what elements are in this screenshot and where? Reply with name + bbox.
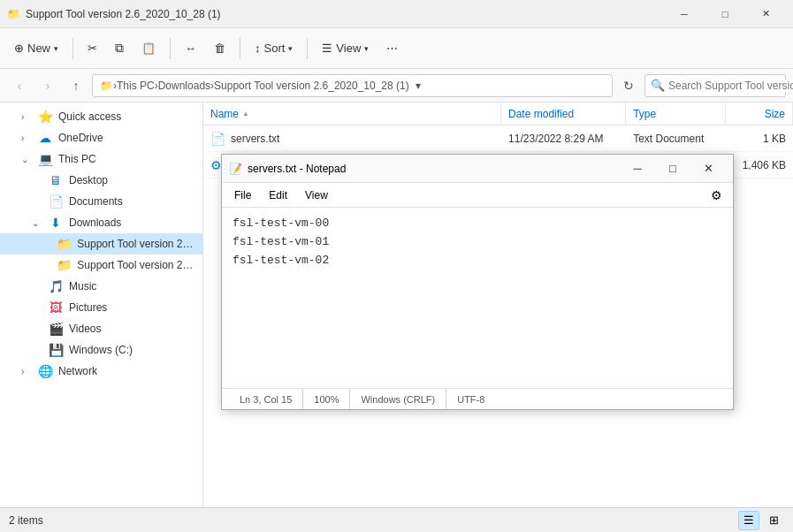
- expand-network-icon: ›: [21, 367, 32, 376]
- paste-icon: 📋: [141, 42, 156, 55]
- onedrive-label: OneDrive: [58, 132, 103, 144]
- path-current: Support Tool version 2.6_2020_10_28 (1): [214, 80, 409, 92]
- column-size-header[interactable]: Size: [726, 103, 793, 125]
- support-tool-2-label: Support Tool version 2.6_202: [77, 259, 195, 271]
- copy-icon: ⧉: [115, 41, 124, 56]
- file-size-servers-txt: 1 KB: [726, 133, 793, 145]
- path-dropdown-icon[interactable]: ▾: [409, 80, 427, 92]
- file-icon-txt: 📄: [210, 132, 225, 146]
- quick-access-icon: ⭐: [37, 110, 53, 124]
- sidebar-item-desktop[interactable]: 🖥 Desktop: [0, 170, 202, 191]
- network-icon: 🌐: [37, 364, 53, 378]
- view-icon: ☰: [322, 42, 332, 55]
- sidebar-item-support-tool-2[interactable]: 📁 Support Tool version 2.6_202: [0, 255, 202, 276]
- notepad-menu-file[interactable]: File: [225, 186, 260, 204]
- path-icon: 📁: [100, 80, 113, 92]
- toolbar-separator-1: [72, 38, 73, 59]
- sidebar-item-this-pc[interactable]: ⌄ 💻 This PC: [0, 148, 202, 170]
- notepad-title: servers.txt - Notepad: [248, 163, 346, 175]
- view-label: View: [336, 42, 361, 55]
- col-size-label: Size: [765, 108, 785, 120]
- sidebar: › ⭐ Quick access › ☁ OneDrive ⌄ 💻 This P…: [0, 103, 203, 507]
- this-pc-label: This PC: [58, 153, 96, 165]
- videos-label: Videos: [69, 323, 101, 335]
- documents-icon: 📄: [48, 194, 64, 209]
- notepad-maximize-button[interactable]: □: [655, 156, 690, 182]
- close-button[interactable]: ✕: [745, 0, 786, 28]
- column-name-header[interactable]: Name ▲: [203, 103, 501, 125]
- notepad-close-button[interactable]: ✕: [690, 156, 726, 182]
- network-label: Network: [58, 365, 97, 377]
- title-bar-controls: ─ □ ✕: [664, 0, 786, 28]
- delete-button[interactable]: 🗑: [207, 38, 233, 58]
- sidebar-item-onedrive[interactable]: › ☁ OneDrive: [0, 127, 202, 148]
- notepad-menu-edit[interactable]: Edit: [260, 186, 296, 204]
- file-name-label: servers.txt: [231, 133, 279, 145]
- path-downloads: Downloads: [158, 80, 210, 92]
- sidebar-item-network[interactable]: › 🌐 Network: [0, 361, 202, 382]
- sidebar-item-quick-access[interactable]: › ⭐ Quick access: [0, 106, 202, 127]
- more-button[interactable]: ⋯: [379, 38, 405, 58]
- search-box: 🔍: [644, 74, 786, 97]
- main-layout: › ⭐ Quick access › ☁ OneDrive ⌄ 💻 This P…: [0, 103, 793, 507]
- desktop-label: Desktop: [69, 174, 108, 186]
- file-list-header: Name ▲ Date modified Type Size: [203, 103, 793, 125]
- move-button[interactable]: ↔: [178, 38, 203, 58]
- cut-button[interactable]: ✂: [80, 38, 104, 58]
- path-thispc-label: This PC: [117, 80, 155, 92]
- notepad-icon: 📝: [229, 163, 242, 175]
- toolbar-separator-2: [170, 38, 171, 59]
- sidebar-item-music[interactable]: 🎵 Music: [0, 276, 202, 297]
- notepad-content[interactable]: fsl-test-vm-00 fsl-test-vm-01 fsl-test-v…: [222, 208, 733, 388]
- notepad-cursor-pos: Ln 3, Col 15: [229, 389, 303, 409]
- delete-icon: 🗑: [214, 42, 225, 55]
- notepad-settings-icon[interactable]: ⚙: [704, 186, 729, 205]
- column-date-header[interactable]: Date modified: [501, 103, 626, 125]
- up-button[interactable]: ↑: [64, 73, 88, 98]
- title-bar-left: 📁 Support Tool version 2.6_2020_10_28 (1…: [7, 8, 221, 20]
- tiles-view-button[interactable]: ⊞: [763, 511, 784, 530]
- notepad-statusbar: Ln 3, Col 15 100% Windows (CRLF) UTF-8: [222, 388, 733, 409]
- title-bar: 📁 Support Tool version 2.6_2020_10_28 (1…: [0, 0, 793, 28]
- notepad-controls: ─ □ ✕: [620, 156, 726, 182]
- new-button[interactable]: ⊕ New ▾: [7, 38, 65, 58]
- notepad-minimize-button[interactable]: ─: [620, 156, 655, 182]
- sidebar-item-videos[interactable]: 🎬 Videos: [0, 318, 202, 339]
- col-date-label: Date modified: [508, 108, 574, 120]
- notepad-titlebar: 📝 servers.txt - Notepad ─ □ ✕: [222, 155, 733, 183]
- expand-downloads-icon: ⌄: [32, 218, 42, 228]
- paste-button[interactable]: 📋: [134, 38, 163, 58]
- minimize-button[interactable]: ─: [664, 0, 705, 28]
- refresh-button[interactable]: ↻: [616, 73, 641, 98]
- sidebar-item-documents[interactable]: 📄 Documents: [0, 191, 202, 212]
- file-row-servers-txt[interactable]: 📄 servers.txt 11/23/2022 8:29 AM Text Do…: [203, 125, 793, 152]
- search-input[interactable]: [668, 80, 793, 92]
- pictures-icon: 🖼: [48, 300, 64, 315]
- windows-c-icon: 💾: [48, 343, 64, 357]
- sort-arrow-icon: ▲: [242, 110, 249, 118]
- notepad-menu: File Edit View ⚙: [222, 183, 733, 208]
- maximize-button[interactable]: □: [705, 0, 745, 28]
- view-button[interactable]: ☰ View ▾: [315, 38, 376, 58]
- back-button[interactable]: ‹: [7, 73, 32, 98]
- support-tool-2-icon: 📁: [57, 258, 72, 272]
- file-size-support-tool-exe: 1,406 KB: [726, 159, 793, 171]
- sidebar-item-windows-c[interactable]: 💾 Windows (C:): [0, 339, 202, 361]
- pictures-label: Pictures: [69, 301, 107, 314]
- copy-button[interactable]: ⧉: [108, 37, 131, 59]
- move-icon: ↔: [185, 42, 196, 55]
- sidebar-item-support-tool-1[interactable]: 📁 Support Tool version 2.6_202: [0, 233, 202, 255]
- sidebar-item-pictures[interactable]: 🖼 Pictures: [0, 297, 202, 318]
- documents-label: Documents: [69, 195, 123, 208]
- sidebar-item-downloads[interactable]: ⌄ ⬇ Downloads: [0, 212, 202, 233]
- music-label: Music: [69, 280, 96, 293]
- sort-button[interactable]: ↕ Sort ▾: [248, 38, 300, 58]
- forward-button[interactable]: ›: [35, 73, 60, 98]
- column-type-header[interactable]: Type: [626, 103, 726, 125]
- notepad-menu-view[interactable]: View: [296, 186, 337, 204]
- toolbar-separator-4: [307, 38, 308, 59]
- address-path[interactable]: 📁 › This PC › Downloads › Support Tool v…: [92, 74, 613, 97]
- onedrive-icon: ☁: [37, 131, 53, 145]
- windows-c-label: Windows (C:): [69, 344, 133, 356]
- details-view-button[interactable]: ☰: [738, 511, 759, 530]
